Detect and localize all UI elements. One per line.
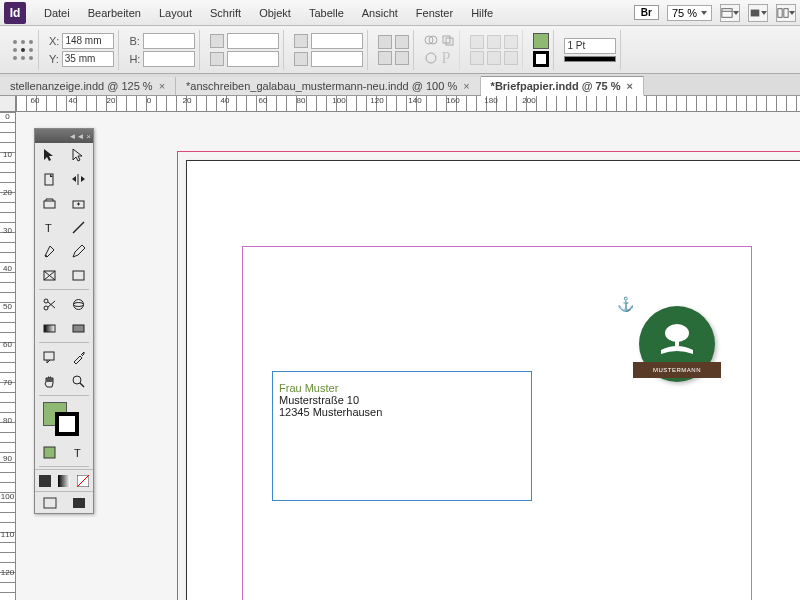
address-text-frame[interactable]: Frau Muster Musterstraße 10 12345 Muster… [272, 371, 532, 501]
normal-view-icon[interactable] [35, 492, 64, 513]
menu-fenster[interactable]: Fenster [408, 4, 461, 22]
gradient-swatch-tool[interactable] [35, 316, 64, 340]
apply-gradient-icon[interactable] [54, 470, 73, 491]
scissors-tool[interactable] [35, 292, 64, 316]
close-icon[interactable]: × [86, 132, 91, 141]
screen-mode-button[interactable] [748, 4, 768, 22]
color-swatches[interactable] [35, 398, 93, 440]
wrap-icon[interactable] [470, 51, 484, 65]
hand-tool[interactable] [35, 369, 64, 393]
pencil-tool[interactable] [64, 239, 93, 263]
menu-bearbeiten[interactable]: Bearbeiten [80, 4, 149, 22]
wrap-icon[interactable] [487, 51, 501, 65]
rectangle-frame-tool[interactable] [35, 263, 64, 287]
apply-none-icon[interactable] [74, 470, 93, 491]
rectangle-tool[interactable] [64, 263, 93, 287]
horizontal-ruler[interactable]: 604020020406080100120140160180200 [16, 96, 800, 112]
menu-schrift[interactable]: Schrift [202, 4, 249, 22]
h-field[interactable] [143, 51, 195, 67]
page-tool[interactable] [35, 167, 64, 191]
svg-point-9 [21, 48, 25, 52]
document-tab[interactable]: stellenanzeige.indd @ 125 %× [0, 77, 176, 95]
svg-point-33 [44, 306, 48, 310]
y-field[interactable]: 35 mm [62, 51, 114, 67]
x-field[interactable]: 148 mm [62, 33, 114, 49]
scale-x-icon[interactable] [210, 34, 224, 48]
menu-ansicht[interactable]: Ansicht [354, 4, 406, 22]
stroke-style[interactable] [564, 56, 616, 62]
content-collector-tool[interactable] [35, 191, 64, 215]
h-label: H: [129, 53, 140, 65]
page[interactable]: Frau Muster Musterstraße 10 12345 Muster… [186, 160, 800, 600]
menu-bar: Id Datei Bearbeiten Layout Schrift Objek… [0, 0, 800, 26]
vertical-ruler[interactable]: 0102030405060708090100110120130140 [0, 112, 16, 600]
rotate-ccw-icon[interactable] [395, 51, 409, 65]
document-tab[interactable]: *Briefpapier.indd @ 75 %× [481, 76, 644, 96]
menu-tabelle[interactable]: Tabelle [301, 4, 352, 22]
wrap-icon[interactable] [504, 51, 518, 65]
formatting-container-icon[interactable] [35, 440, 64, 464]
stroke-color[interactable] [55, 412, 79, 436]
rotate-field[interactable] [311, 33, 363, 49]
direct-selection-tool[interactable] [64, 143, 93, 167]
flip-v-icon[interactable] [378, 51, 392, 65]
rotate-icon[interactable] [294, 34, 308, 48]
tools-panel[interactable]: ◄◄× T T [34, 128, 94, 514]
formatting-text-icon[interactable]: T [64, 440, 93, 464]
svg-point-11 [13, 56, 17, 60]
menu-layout[interactable]: Layout [151, 4, 200, 22]
type-tool[interactable]: T [35, 215, 64, 239]
zoom-level[interactable]: 75 % [667, 5, 712, 21]
canvas[interactable]: Frau Muster Musterstraße 10 12345 Muster… [16, 112, 800, 600]
reference-point-icon[interactable] [12, 39, 34, 61]
panel-header[interactable]: ◄◄× [35, 129, 93, 143]
stroke-weight-field[interactable]: 1 Pt [564, 38, 616, 54]
close-icon[interactable]: × [463, 80, 469, 92]
collapse-icon[interactable]: ◄◄ [68, 132, 84, 141]
svg-rect-49 [44, 498, 56, 508]
rotate-cw-icon[interactable] [395, 35, 409, 49]
bridge-button[interactable]: Br [634, 5, 659, 20]
svg-point-41 [73, 376, 81, 384]
content-placer-tool[interactable] [64, 191, 93, 215]
gap-tool[interactable] [64, 167, 93, 191]
scale-y-icon[interactable] [210, 52, 224, 66]
ruler-origin[interactable] [0, 96, 16, 112]
fill-swatch[interactable] [533, 33, 549, 49]
apply-color-icon[interactable] [35, 470, 54, 491]
logo-icon: MUSTERMANN [639, 306, 715, 382]
logo-frame[interactable]: ⚓ MUSTERMANN [627, 306, 727, 406]
shear-icon[interactable] [294, 52, 308, 66]
wrap-icon[interactable] [487, 35, 501, 49]
arrange-button[interactable] [776, 4, 796, 22]
free-transform-tool[interactable] [64, 292, 93, 316]
logo-text: MUSTERMANN [633, 362, 721, 378]
close-icon[interactable]: × [159, 80, 165, 92]
zoom-tool[interactable] [64, 369, 93, 393]
wrap-icon[interactable] [504, 35, 518, 49]
shear-field[interactable] [311, 51, 363, 67]
selection-tool[interactable] [35, 143, 64, 167]
pathfinder-icon [441, 33, 455, 47]
w-field[interactable] [143, 33, 195, 49]
menu-hilfe[interactable]: Hilfe [463, 4, 501, 22]
wrap-icon[interactable] [470, 35, 484, 49]
menu-datei[interactable]: Datei [36, 4, 78, 22]
line-tool[interactable] [64, 215, 93, 239]
document-tab[interactable]: *anschreiben_galabau_mustermann-neu.indd… [176, 77, 481, 95]
view-options-button[interactable] [720, 4, 740, 22]
chevron-down-icon [761, 11, 767, 15]
preview-view-icon[interactable] [64, 492, 93, 513]
stroke-swatch[interactable] [533, 51, 549, 67]
note-tool[interactable] [35, 345, 64, 369]
flip-h-icon[interactable] [378, 35, 392, 49]
scale-y-field[interactable] [227, 51, 279, 67]
pen-tool[interactable] [35, 239, 64, 263]
eyedropper-tool[interactable] [64, 345, 93, 369]
menu-objekt[interactable]: Objekt [251, 4, 299, 22]
gradient-feather-tool[interactable] [64, 316, 93, 340]
svg-rect-3 [778, 8, 782, 17]
svg-text:T: T [74, 447, 81, 459]
close-icon[interactable]: × [627, 80, 633, 92]
scale-x-field[interactable] [227, 33, 279, 49]
